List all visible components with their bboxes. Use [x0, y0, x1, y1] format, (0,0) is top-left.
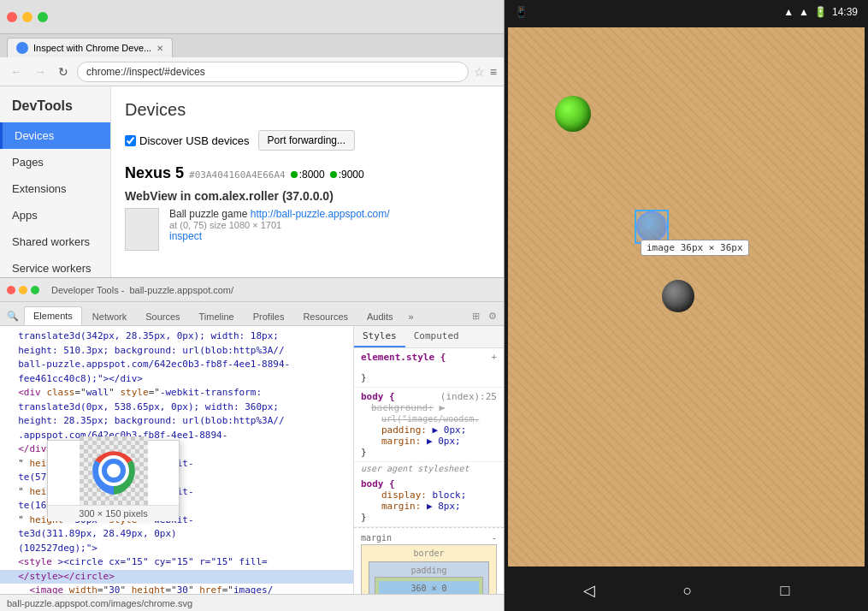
styles-empty: [371, 363, 497, 372]
tab-close-icon[interactable]: ✕: [156, 44, 163, 53]
device-id: #03A404160A4E66A4: [189, 169, 286, 181]
settings-icon[interactable]: ⚙: [485, 307, 500, 325]
styles-ua-label: user agent stylesheet: [354, 462, 504, 475]
tab-elements[interactable]: Elements: [24, 306, 82, 325]
android-screen: image 36px × 36px: [508, 27, 865, 567]
tab-favicon: [16, 42, 28, 54]
more-tabs-icon[interactable]: »: [404, 308, 419, 325]
back-button[interactable]: ←: [7, 63, 26, 80]
forward-button[interactable]: →: [31, 63, 50, 80]
port-forwarding-button[interactable]: Port forwarding...: [258, 130, 355, 151]
minimize-button[interactable]: [22, 12, 32, 22]
webview-name: WebView in com.alex.roller (37.0.0.0): [125, 189, 490, 203]
status-text: ball-puzzle.appspot.com/images/chrome.sv…: [7, 598, 192, 608]
box-outer: border padding 360 × 0: [361, 544, 497, 594]
close-button[interactable]: [7, 12, 17, 22]
browser-tab[interactable]: Inspect with Chrome Deve... ✕: [7, 38, 173, 57]
window-controls: [7, 12, 48, 22]
styles-prop-bg: background: ▶ url("images/woodsm.: [371, 402, 497, 424]
styles-tab[interactable]: Styles: [354, 326, 405, 347]
computed-tab[interactable]: Computed: [405, 326, 468, 347]
battery-icon: 🔋: [814, 6, 827, 18]
android-nav-bar: ◁ ○ □: [505, 570, 868, 611]
sidebar-item-pages[interactable]: Pages: [0, 149, 110, 175]
box-labels: margin -: [361, 533, 497, 543]
code-line: te3d(311.89px, 28.49px, 0px): [0, 527, 353, 542]
devtools-main: DevTools Devices Pages Extensions Apps S…: [0, 86, 504, 277]
inspect-link[interactable]: inspect: [169, 230, 202, 242]
box-model: margin - border padding 360 × 0: [354, 527, 504, 594]
android-status-bar: 📱 ▲ ▲ 🔋 14:39: [505, 0, 868, 24]
maximize-button[interactable]: [38, 12, 48, 22]
address-bar[interactable]: [77, 62, 469, 82]
styles-selector-body: body {: [361, 391, 395, 402]
bookmark-icon[interactable]: ☆: [474, 65, 485, 79]
tab-bar: Inspect with Chrome Deve... ✕: [0, 34, 504, 57]
dot-green-8000: [291, 171, 298, 178]
code-line: (102527deg);">: [0, 542, 353, 556]
inspect-tooltip: image 36px × 36px: [641, 240, 749, 256]
recent-nav-button[interactable]: □: [781, 582, 790, 600]
code-line: height: 510.3px; background: url(blob:ht…: [0, 344, 353, 359]
tab-sources[interactable]: Sources: [137, 308, 188, 325]
nav-bar: ← → ↻ ☆ ≡: [0, 57, 504, 86]
tab-timeline[interactable]: Timeline: [191, 308, 243, 325]
back-nav-button[interactable]: ◁: [583, 581, 595, 600]
code-line: translate3d(0px, 538.65px, 0px); width: …: [0, 400, 353, 415]
styles-ua-margin: margin: ▶ 8px;: [371, 501, 497, 512]
code-line: <image width="30" height="30" href="imag…: [0, 584, 353, 594]
sidebar: DevTools Devices Pages Extensions Apps S…: [0, 86, 111, 277]
dtp-max-btn[interactable]: [31, 286, 39, 294]
app-url-link[interactable]: http://ball-puzzle.appspot.com/: [251, 208, 390, 220]
app-row: Ball puzzle game http://ball-puzzle.apps…: [125, 208, 490, 251]
device-info: Nexus 5 #03A404160A4E66A4 :8000 :9000 We…: [125, 164, 490, 251]
inspect-ball[interactable]: [636, 211, 667, 242]
dtp-controls: [7, 286, 39, 294]
reload-button[interactable]: ↻: [55, 63, 72, 80]
title-bar: [0, 0, 504, 34]
chrome-size-label: 300 × 150 pixels: [48, 505, 179, 521]
search-icon[interactable]: 🔍: [3, 307, 22, 325]
discover-label[interactable]: Discover USB devices: [125, 134, 250, 147]
sidebar-title: DevTools: [0, 86, 110, 122]
tab-resources[interactable]: Resources: [294, 308, 357, 325]
dtp-close-btn[interactable]: [7, 286, 15, 294]
green-ball[interactable]: [555, 96, 591, 132]
styles-close-brace-2: }: [361, 447, 497, 458]
box-content: 360 × 0: [379, 581, 479, 594]
console-drawer-icon[interactable]: ⊞: [469, 307, 483, 325]
android-panel: 📱 ▲ ▲ 🔋 14:39 image 36px × 36px ◁ ○ □: [505, 0, 868, 611]
sidebar-item-apps[interactable]: Apps: [0, 202, 110, 228]
styles-panel: Styles Computed element.style { + } body…: [354, 326, 504, 594]
code-line: <div class="wall" style="-webkit-transfo…: [0, 386, 353, 400]
sidebar-item-service-workers[interactable]: Service workers: [0, 255, 110, 277]
code-line-selected: </style></circle>: [0, 570, 353, 584]
styles-ua-display: display: block;: [371, 489, 497, 501]
devtools-tabs: 🔍 Elements Network Sources Timeline Prof…: [0, 302, 504, 326]
android-status-right: ▲ ▲ 🔋 14:39: [783, 6, 858, 18]
box-inner: padding 360 × 0: [369, 561, 489, 594]
discover-row: Discover USB devices Port forwarding...: [125, 130, 490, 151]
styles-rule-element: element.style { + }: [354, 348, 504, 388]
tab-network[interactable]: Network: [84, 308, 135, 325]
styles-prop-padding: padding: ▶ 0px;: [371, 424, 497, 436]
tab-audits[interactable]: Audits: [358, 308, 402, 325]
styles-prop-bg-url: url("images/woodsm.: [381, 414, 479, 424]
dark-ball[interactable]: [662, 280, 694, 312]
time-display: 14:39: [832, 6, 858, 18]
dtp-min-btn[interactable]: [19, 286, 27, 294]
menu-icon[interactable]: ≡: [490, 65, 497, 79]
app-location: at (0, 75) size 1080 × 1701: [169, 220, 390, 230]
chrome-logo-svg: [80, 436, 148, 505]
styles-plus-icon[interactable]: +: [491, 352, 497, 363]
sidebar-item-shared-workers[interactable]: Shared workers: [0, 228, 110, 255]
tab-profiles[interactable]: Profiles: [245, 308, 293, 325]
port-badge-8000: :8000: [291, 169, 325, 181]
discover-checkbox[interactable]: [125, 135, 136, 146]
styles-selector: element.style {: [361, 352, 446, 363]
code-line: ball-puzzle.appspot.com/642ec0b3-fb8f-4e…: [0, 358, 353, 372]
browser-window: Inspect with Chrome Deve... ✕ ← → ↻ ☆ ≡ …: [0, 0, 505, 611]
sidebar-item-extensions[interactable]: Extensions: [0, 175, 110, 202]
home-nav-button[interactable]: ○: [683, 582, 693, 600]
sidebar-item-devices[interactable]: Devices: [0, 122, 110, 149]
